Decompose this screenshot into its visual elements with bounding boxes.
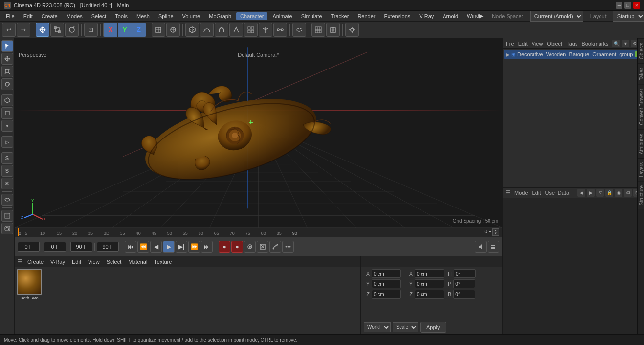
obj-filter-icon[interactable]: ▼: [622, 40, 629, 47]
attr-forward-icon[interactable]: ▶: [587, 189, 595, 197]
path-btn[interactable]: [269, 241, 281, 253]
obj-menu-tags[interactable]: Tags: [566, 41, 577, 46]
parent-coord-button[interactable]: [166, 23, 180, 37]
axis-x-button[interactable]: X: [104, 23, 117, 37]
coord-p-rot[interactable]: [453, 279, 475, 288]
record-btn[interactable]: [257, 241, 268, 253]
texture-button[interactable]: [1, 210, 13, 222]
menu-tools[interactable]: Tools: [111, 12, 132, 20]
obj-menu-edit[interactable]: Edit: [518, 41, 528, 46]
scale-tool-button[interactable]: [50, 23, 64, 37]
coord-x-size[interactable]: [415, 269, 444, 278]
paint-mode-button[interactable]: ▷: [1, 136, 13, 148]
timeline-ruler[interactable]: 0 5 10 15 20 25 3D 35 40 45 50 55 60 65 …: [15, 228, 502, 237]
local-coord-button[interactable]: [152, 23, 165, 37]
menu-extensions[interactable]: Extensions: [380, 12, 414, 20]
mat-menu-material[interactable]: Material: [126, 259, 149, 265]
camera-button[interactable]: [326, 23, 340, 37]
auto-key-btn[interactable]: ●: [219, 241, 230, 253]
coord-z-pos[interactable]: [372, 290, 401, 299]
polygon-mode-button[interactable]: [1, 94, 13, 106]
menu-mograph[interactable]: MoGraph: [205, 12, 235, 20]
side-tab-objects[interactable]: Objects: [638, 38, 644, 63]
mat-menu-select[interactable]: Select: [105, 259, 124, 265]
mat-menu-edit[interactable]: Edit: [70, 259, 83, 265]
lasso-button[interactable]: [292, 23, 306, 37]
minimize-button[interactable]: ─: [616, 2, 622, 9]
connect-tool-button[interactable]: [273, 23, 287, 37]
maximize-button[interactable]: □: [624, 2, 631, 9]
side-tab-attributes[interactable]: Attributes: [638, 129, 644, 158]
bezier-tool-button[interactable]: [200, 23, 214, 37]
material-item[interactable]: Both_Wo: [17, 269, 42, 300]
obj-item-ornament[interactable]: ▶ ⊞ Decorative_Wooden_Baroque_Ornament_g…: [504, 50, 643, 59]
skip-start-button[interactable]: ⏮: [125, 241, 136, 253]
mat-menu-vray[interactable]: V-Ray: [48, 259, 67, 265]
s-tool-2-button[interactable]: S: [1, 165, 13, 177]
snap-button[interactable]: [345, 23, 359, 37]
attr-menu-userdata[interactable]: User Data: [545, 190, 570, 196]
select-tool-button[interactable]: ⊡: [84, 23, 98, 37]
mat-menu-create[interactable]: Create: [25, 259, 45, 265]
obj-menu-object[interactable]: Object: [547, 41, 562, 46]
obj-menu-view[interactable]: View: [532, 41, 543, 46]
pointer-tool-button[interactable]: [1, 40, 13, 52]
layout-select[interactable]: Startup: [613, 11, 644, 22]
side-tab-layers[interactable]: Layers: [638, 158, 644, 181]
side-tab-structure[interactable]: Structure: [638, 181, 644, 209]
node-space-select[interactable]: Current (Arnold): [530, 11, 583, 22]
s-tool-3-button[interactable]: S: [1, 178, 13, 189]
scale-obj-button[interactable]: [1, 66, 13, 77]
axis-y-button[interactable]: Y: [118, 23, 132, 37]
menu-animate[interactable]: Animate: [268, 12, 296, 20]
next-frame-button[interactable]: ⏩: [188, 241, 200, 253]
menu-vray[interactable]: V-Ray: [415, 12, 438, 20]
menu-create[interactable]: Create: [38, 12, 62, 20]
point-mode-button[interactable]: [1, 120, 13, 132]
coord-h-rot[interactable]: [454, 269, 476, 278]
menu-simulate[interactable]: Simulate: [297, 12, 326, 20]
s-tool-1-button[interactable]: S: [1, 152, 13, 164]
coord-b-rot[interactable]: [453, 290, 475, 299]
step-back-button[interactable]: ◀: [150, 241, 162, 253]
redo-button[interactable]: ↪: [17, 23, 30, 37]
mat-menu-texture[interactable]: Texture: [152, 259, 174, 265]
close-button[interactable]: ✕: [633, 2, 640, 9]
dots-btn[interactable]: [282, 241, 294, 253]
move-obj-button[interactable]: [1, 53, 13, 65]
menu-mesh[interactable]: Mesh: [133, 12, 154, 20]
menu-spline[interactable]: Spline: [155, 12, 178, 20]
min-frame-input[interactable]: [44, 242, 66, 252]
menu-character[interactable]: Character: [236, 12, 267, 20]
menu-render[interactable]: Render: [354, 12, 379, 20]
obj-search-icon[interactable]: 🔍: [612, 40, 620, 47]
sound-btn[interactable]: [475, 241, 487, 253]
menu-edit[interactable]: Edit: [20, 12, 37, 20]
edge-mode-button[interactable]: [1, 107, 13, 119]
current-frame-input[interactable]: [18, 242, 40, 252]
magnet-tool-button[interactable]: [215, 23, 228, 37]
skip-end-button[interactable]: ⏭: [201, 241, 213, 253]
array-tool-button[interactable]: [244, 23, 258, 37]
undo-button[interactable]: ↩: [2, 23, 16, 37]
coord-x-pos[interactable]: [372, 269, 401, 278]
attr-back-icon[interactable]: ◀: [577, 189, 585, 197]
side-tab-takes[interactable]: Takes: [638, 63, 644, 84]
coord-world-select[interactable]: World Object: [364, 322, 391, 332]
end-frame-input[interactable]: [97, 242, 119, 252]
playhead[interactable]: [18, 228, 19, 236]
cube-tool-button[interactable]: [185, 23, 199, 37]
menu-arnold[interactable]: Arnold: [439, 12, 462, 20]
coord-z-size[interactable]: [415, 290, 444, 299]
grid-button[interactable]: [311, 23, 325, 37]
coord-scale-select[interactable]: Scale Size: [393, 322, 418, 332]
apply-button[interactable]: Apply: [420, 322, 446, 333]
attr-lock-icon[interactable]: 🔒: [605, 189, 613, 197]
axis-z-button[interactable]: Z: [132, 23, 146, 37]
menu-file[interactable]: File: [2, 12, 19, 20]
coord-y-size[interactable]: [415, 279, 444, 288]
move-tool-button[interactable]: [36, 23, 49, 37]
attr-filter-icon[interactable]: ▽: [596, 189, 604, 197]
rotate-obj-button[interactable]: [1, 78, 13, 90]
attr-tag-icon[interactable]: 🏷: [624, 189, 632, 197]
